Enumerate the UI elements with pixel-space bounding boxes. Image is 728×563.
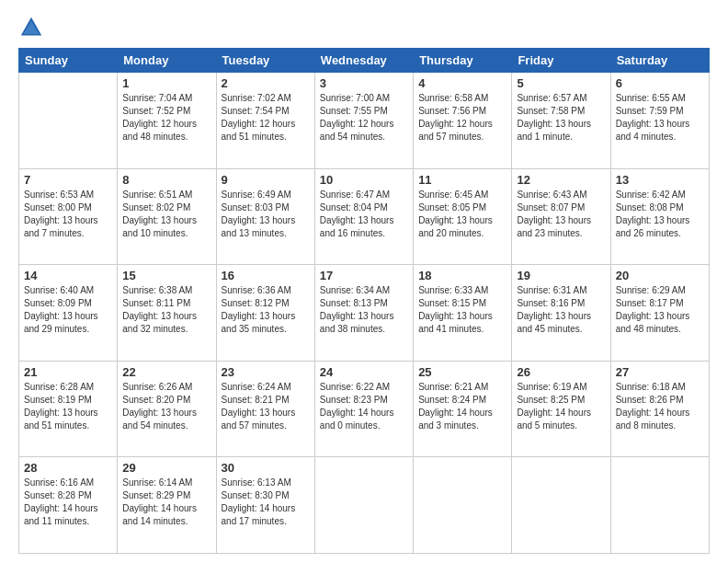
col-monday: Monday bbox=[118, 49, 216, 73]
day-cell: 21Sunrise: 6:28 AM Sunset: 8:19 PM Dayli… bbox=[19, 361, 118, 457]
day-cell: 8Sunrise: 6:51 AM Sunset: 8:02 PM Daylig… bbox=[118, 168, 216, 265]
day-number: 7 bbox=[24, 173, 112, 187]
day-number: 27 bbox=[616, 365, 704, 379]
day-cell: 18Sunrise: 6:33 AM Sunset: 8:15 PM Dayli… bbox=[414, 265, 512, 362]
day-number: 28 bbox=[24, 461, 112, 475]
day-cell bbox=[512, 457, 610, 554]
col-friday: Friday bbox=[512, 49, 610, 73]
day-number: 15 bbox=[122, 269, 210, 282]
day-number: 2 bbox=[222, 76, 310, 90]
day-number: 24 bbox=[320, 365, 408, 379]
day-number: 10 bbox=[320, 173, 408, 187]
day-info: Sunrise: 6:26 AM Sunset: 8:20 PM Dayligh… bbox=[122, 381, 210, 432]
day-info: Sunrise: 6:13 AM Sunset: 8:30 PM Dayligh… bbox=[222, 477, 310, 528]
calendar-table: Sunday Monday Tuesday Wednesday Thursday… bbox=[18, 48, 710, 554]
week-row-2: 7Sunrise: 6:53 AM Sunset: 8:00 PM Daylig… bbox=[19, 168, 710, 265]
day-info: Sunrise: 7:02 AM Sunset: 7:54 PM Dayligh… bbox=[222, 92, 310, 144]
day-number: 30 bbox=[222, 461, 310, 475]
day-info: Sunrise: 6:33 AM Sunset: 8:15 PM Dayligh… bbox=[418, 284, 506, 336]
day-info: Sunrise: 6:53 AM Sunset: 8:00 PM Dayligh… bbox=[24, 189, 112, 240]
logo bbox=[18, 15, 48, 40]
week-row-5: 28Sunrise: 6:16 AM Sunset: 8:28 PM Dayli… bbox=[19, 457, 710, 554]
day-info: Sunrise: 6:47 AM Sunset: 8:04 PM Dayligh… bbox=[320, 189, 408, 240]
day-cell: 16Sunrise: 6:36 AM Sunset: 8:12 PM Dayli… bbox=[216, 265, 314, 362]
day-number: 5 bbox=[517, 76, 605, 90]
day-info: Sunrise: 6:34 AM Sunset: 8:13 PM Dayligh… bbox=[320, 284, 408, 336]
day-number: 8 bbox=[122, 173, 210, 187]
day-info: Sunrise: 6:19 AM Sunset: 8:25 PM Dayligh… bbox=[517, 381, 605, 432]
day-number: 6 bbox=[616, 76, 704, 90]
col-tuesday: Tuesday bbox=[216, 49, 314, 73]
col-sunday: Sunday bbox=[19, 49, 118, 73]
day-number: 16 bbox=[222, 269, 310, 282]
day-number: 26 bbox=[517, 365, 605, 379]
day-cell: 30Sunrise: 6:13 AM Sunset: 8:30 PM Dayli… bbox=[216, 457, 314, 554]
day-cell: 29Sunrise: 6:14 AM Sunset: 8:29 PM Dayli… bbox=[118, 457, 216, 554]
day-cell: 24Sunrise: 6:22 AM Sunset: 8:23 PM Dayli… bbox=[314, 361, 413, 457]
header-row: Sunday Monday Tuesday Wednesday Thursday… bbox=[19, 49, 710, 73]
day-number: 18 bbox=[418, 269, 506, 282]
day-cell: 10Sunrise: 6:47 AM Sunset: 8:04 PM Dayli… bbox=[314, 168, 413, 265]
day-info: Sunrise: 6:16 AM Sunset: 8:28 PM Dayligh… bbox=[24, 477, 112, 528]
day-cell bbox=[610, 457, 709, 554]
day-info: Sunrise: 6:40 AM Sunset: 8:09 PM Dayligh… bbox=[24, 284, 112, 336]
day-number: 3 bbox=[320, 76, 408, 90]
day-number: 1 bbox=[122, 76, 210, 90]
day-number: 14 bbox=[24, 269, 112, 282]
day-cell: 25Sunrise: 6:21 AM Sunset: 8:24 PM Dayli… bbox=[414, 361, 512, 457]
day-number: 20 bbox=[616, 269, 704, 282]
day-info: Sunrise: 6:42 AM Sunset: 8:08 PM Dayligh… bbox=[616, 189, 704, 240]
day-number: 11 bbox=[418, 173, 506, 187]
day-cell: 4Sunrise: 6:58 AM Sunset: 7:56 PM Daylig… bbox=[414, 73, 512, 169]
day-info: Sunrise: 6:29 AM Sunset: 8:17 PM Dayligh… bbox=[616, 284, 704, 336]
day-number: 13 bbox=[616, 173, 704, 187]
day-number: 29 bbox=[122, 461, 210, 475]
day-cell: 22Sunrise: 6:26 AM Sunset: 8:20 PM Dayli… bbox=[118, 361, 216, 457]
day-cell: 28Sunrise: 6:16 AM Sunset: 8:28 PM Dayli… bbox=[19, 457, 118, 554]
day-cell: 23Sunrise: 6:24 AM Sunset: 8:21 PM Dayli… bbox=[216, 361, 314, 457]
day-info: Sunrise: 6:57 AM Sunset: 7:58 PM Dayligh… bbox=[517, 92, 605, 144]
header bbox=[18, 15, 710, 40]
day-cell: 7Sunrise: 6:53 AM Sunset: 8:00 PM Daylig… bbox=[19, 168, 118, 265]
week-row-4: 21Sunrise: 6:28 AM Sunset: 8:19 PM Dayli… bbox=[19, 361, 710, 457]
day-number: 9 bbox=[222, 173, 310, 187]
day-cell: 27Sunrise: 6:18 AM Sunset: 8:26 PM Dayli… bbox=[610, 361, 709, 457]
col-wednesday: Wednesday bbox=[314, 49, 413, 73]
day-cell: 2Sunrise: 7:02 AM Sunset: 7:54 PM Daylig… bbox=[216, 73, 314, 169]
day-info: Sunrise: 6:45 AM Sunset: 8:05 PM Dayligh… bbox=[418, 189, 506, 240]
day-number: 4 bbox=[418, 76, 506, 90]
day-info: Sunrise: 6:43 AM Sunset: 8:07 PM Dayligh… bbox=[517, 189, 605, 240]
day-info: Sunrise: 6:21 AM Sunset: 8:24 PM Dayligh… bbox=[418, 381, 506, 432]
day-cell: 19Sunrise: 6:31 AM Sunset: 8:16 PM Dayli… bbox=[512, 265, 610, 362]
day-number: 22 bbox=[122, 365, 210, 379]
day-number: 21 bbox=[24, 365, 112, 379]
logo-icon bbox=[18, 15, 44, 40]
day-number: 19 bbox=[517, 269, 605, 282]
day-info: Sunrise: 6:55 AM Sunset: 7:59 PM Dayligh… bbox=[616, 92, 704, 144]
day-cell: 5Sunrise: 6:57 AM Sunset: 7:58 PM Daylig… bbox=[512, 73, 610, 169]
day-info: Sunrise: 6:38 AM Sunset: 8:11 PM Dayligh… bbox=[122, 284, 210, 336]
day-cell bbox=[414, 457, 512, 554]
day-info: Sunrise: 6:14 AM Sunset: 8:29 PM Dayligh… bbox=[122, 477, 210, 528]
day-info: Sunrise: 6:36 AM Sunset: 8:12 PM Dayligh… bbox=[222, 284, 310, 336]
day-info: Sunrise: 6:49 AM Sunset: 8:03 PM Dayligh… bbox=[222, 189, 310, 240]
day-info: Sunrise: 7:04 AM Sunset: 7:52 PM Dayligh… bbox=[122, 92, 210, 144]
day-cell: 3Sunrise: 7:00 AM Sunset: 7:55 PM Daylig… bbox=[314, 73, 413, 169]
day-info: Sunrise: 6:31 AM Sunset: 8:16 PM Dayligh… bbox=[517, 284, 605, 336]
day-cell: 13Sunrise: 6:42 AM Sunset: 8:08 PM Dayli… bbox=[610, 168, 709, 265]
week-row-3: 14Sunrise: 6:40 AM Sunset: 8:09 PM Dayli… bbox=[19, 265, 710, 362]
day-cell: 6Sunrise: 6:55 AM Sunset: 7:59 PM Daylig… bbox=[610, 73, 709, 169]
day-number: 23 bbox=[222, 365, 310, 379]
day-cell: 26Sunrise: 6:19 AM Sunset: 8:25 PM Dayli… bbox=[512, 361, 610, 457]
day-cell: 20Sunrise: 6:29 AM Sunset: 8:17 PM Dayli… bbox=[610, 265, 709, 362]
day-cell: 11Sunrise: 6:45 AM Sunset: 8:05 PM Dayli… bbox=[414, 168, 512, 265]
day-number: 12 bbox=[517, 173, 605, 187]
day-info: Sunrise: 6:24 AM Sunset: 8:21 PM Dayligh… bbox=[222, 381, 310, 432]
day-cell: 12Sunrise: 6:43 AM Sunset: 8:07 PM Dayli… bbox=[512, 168, 610, 265]
day-cell: 9Sunrise: 6:49 AM Sunset: 8:03 PM Daylig… bbox=[216, 168, 314, 265]
day-cell: 1Sunrise: 7:04 AM Sunset: 7:52 PM Daylig… bbox=[118, 73, 216, 169]
page: Sunday Monday Tuesday Wednesday Thursday… bbox=[0, 0, 728, 563]
day-info: Sunrise: 6:28 AM Sunset: 8:19 PM Dayligh… bbox=[24, 381, 112, 432]
day-number: 25 bbox=[418, 365, 506, 379]
day-info: Sunrise: 6:22 AM Sunset: 8:23 PM Dayligh… bbox=[320, 381, 408, 432]
